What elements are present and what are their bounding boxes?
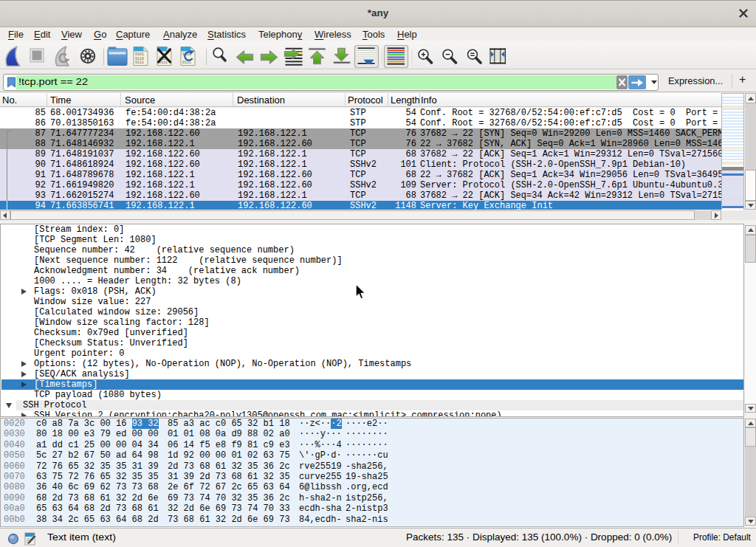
- svg-text:0111: 0111: [182, 61, 191, 65]
- svg-text:0111: 0111: [135, 61, 144, 65]
